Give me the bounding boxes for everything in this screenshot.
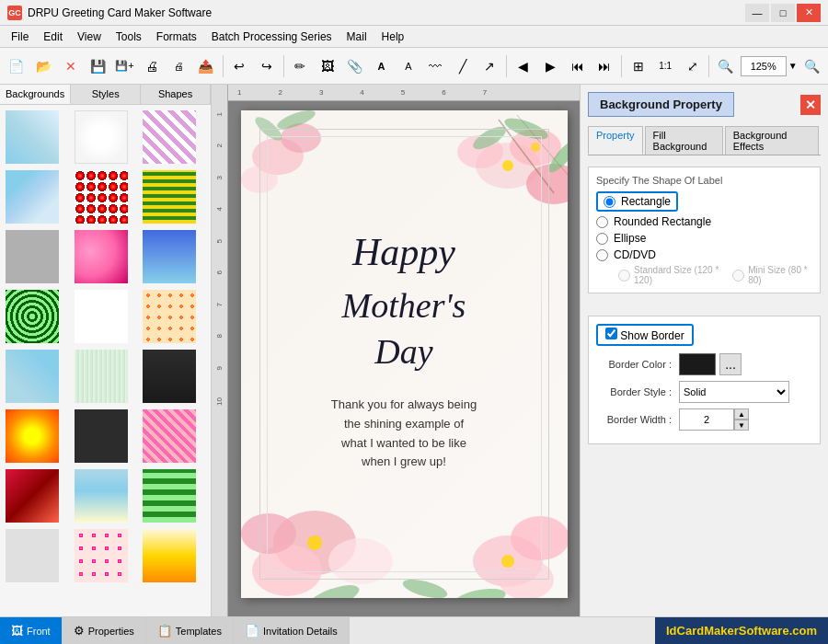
bottom-tab-invitation[interactable]: 📄 Invitation Details	[234, 617, 350, 644]
bg-thumb-10[interactable]	[4, 288, 61, 345]
menu-mail[interactable]: Mail	[339, 29, 374, 45]
line-button[interactable]: ╱	[450, 53, 475, 79]
show-border-row: Show Border	[596, 324, 812, 346]
export-button[interactable]: 📤	[193, 53, 218, 79]
maximize-button[interactable]: □	[771, 4, 795, 22]
subtext-line2: the shining example of	[344, 417, 464, 431]
tab-backgrounds[interactable]: Backgrounds	[0, 85, 71, 104]
bottom-tab-properties[interactable]: ⚙ Properties	[63, 617, 146, 644]
tab-shapes[interactable]: Shapes	[141, 85, 211, 104]
undo-button[interactable]: ↩	[227, 53, 252, 79]
bg-thumb-6[interactable]	[141, 168, 198, 225]
zoom-input[interactable]	[741, 56, 787, 76]
svg-point-17	[328, 538, 393, 584]
width-down-button[interactable]: ▼	[734, 420, 749, 431]
bg-thumb-17[interactable]	[73, 408, 130, 465]
bg-thumb-3[interactable]	[141, 109, 198, 166]
bg-thumb-16[interactable]	[4, 408, 61, 465]
bg-thumb-2[interactable]	[73, 109, 130, 166]
bg-thumb-19[interactable]	[4, 467, 61, 524]
border-color-swatch[interactable]	[679, 353, 716, 375]
zoom-out-button[interactable]: 🔍	[799, 53, 824, 79]
fit-button[interactable]: ⤢	[680, 53, 705, 79]
zoom-dropdown[interactable]: ▼	[788, 61, 798, 71]
bg-thumb-9[interactable]	[141, 228, 198, 285]
rounded-rect-radio[interactable]	[596, 216, 608, 228]
prop-tab-effects[interactable]: Background Effects	[725, 126, 819, 155]
bottom-tab-templates[interactable]: 📋 Templates	[146, 617, 234, 644]
grid-button[interactable]: ⊞	[626, 53, 650, 79]
clip-button[interactable]: 📎	[341, 53, 366, 79]
prev-button[interactable]: ◀	[511, 53, 535, 79]
close-button[interactable]: ✕	[797, 4, 821, 22]
save-as-button[interactable]: 💾+	[112, 53, 137, 79]
bg-thumb-22[interactable]	[4, 527, 61, 584]
save-button[interactable]: 💾	[85, 53, 109, 79]
bg-thumb-20[interactable]	[73, 467, 130, 524]
color-more-button[interactable]: ...	[719, 353, 742, 375]
bg-thumb-5[interactable]	[73, 168, 130, 225]
tab-styles[interactable]: Styles	[71, 85, 141, 104]
shape-option-cd[interactable]: CD/DVD	[596, 248, 812, 261]
minimize-button[interactable]: —	[745, 4, 769, 22]
panel-content[interactable]	[0, 105, 211, 616]
print2-button[interactable]: 🖨	[167, 53, 191, 79]
menu-help[interactable]: Help	[374, 29, 412, 45]
menu-tools[interactable]: Tools	[109, 29, 149, 45]
zoom-in-button[interactable]: 🔍	[713, 53, 738, 79]
close-doc-button[interactable]: ✕	[58, 53, 83, 79]
bg-thumb-11[interactable]	[73, 288, 130, 345]
bg-thumb-18[interactable]	[141, 408, 198, 465]
draw-button[interactable]: ✏	[288, 53, 313, 79]
shape-option-ellipse[interactable]: Ellipse	[596, 232, 812, 245]
show-border-checkbox[interactable]	[605, 328, 617, 339]
bg-thumb-23[interactable]	[73, 527, 130, 584]
bg-thumb-24[interactable]	[141, 527, 198, 584]
bg-thumb-4[interactable]	[4, 168, 61, 225]
prop-tab-property[interactable]: Property	[588, 126, 643, 155]
new-button[interactable]: 📄	[4, 53, 29, 79]
standard-size-radio[interactable]	[618, 270, 630, 282]
wave-button[interactable]: 〰	[423, 53, 448, 79]
redo-button[interactable]: ↪	[254, 53, 279, 79]
ellipse-radio[interactable]	[596, 233, 608, 245]
arrow-button[interactable]: ↗	[477, 53, 502, 79]
bg-thumb-13[interactable]	[4, 348, 61, 405]
greeting-card[interactable]: Happy Mother's Day Thank you for always …	[241, 110, 568, 598]
menu-edit[interactable]: Edit	[36, 29, 70, 45]
mini-size-radio[interactable]	[732, 270, 744, 282]
bg-thumb-12[interactable]	[141, 288, 198, 345]
image-button[interactable]: 🖼	[315, 53, 339, 79]
open-button[interactable]: 📂	[30, 53, 55, 79]
bg-thumb-1[interactable]	[4, 109, 61, 166]
menu-file[interactable]: File	[4, 29, 36, 45]
border-style-select[interactable]: Solid Dashed Dotted	[679, 381, 789, 403]
shape-option-rectangle[interactable]: Rectangle	[596, 191, 812, 212]
bg-thumb-14[interactable]	[73, 348, 130, 405]
next2-button[interactable]: ⏭	[592, 53, 616, 79]
ratio-button[interactable]: 1:1	[652, 53, 677, 79]
border-color-row: Border Color : ...	[596, 353, 812, 375]
prev2-button[interactable]: ⏮	[565, 53, 590, 79]
prop-tab-fill[interactable]: Fill Background	[645, 126, 723, 155]
next-button[interactable]: ▶	[538, 53, 563, 79]
bottom-tab-front[interactable]: 🖼 Front	[0, 617, 63, 644]
prop-close-button[interactable]: ✕	[800, 95, 821, 115]
bg-thumb-7[interactable]	[4, 228, 61, 285]
bg-thumb-8[interactable]	[73, 228, 130, 285]
menu-formats[interactable]: Formats	[149, 29, 204, 45]
window-controls: — □ ✕	[745, 4, 821, 22]
cd-radio[interactable]	[596, 249, 608, 261]
width-up-button[interactable]: ▲	[734, 408, 749, 420]
text2-button[interactable]: A	[396, 53, 420, 79]
print-button[interactable]: 🖨	[139, 53, 164, 79]
shape-option-rounded[interactable]: Rounded Rectangle	[596, 215, 812, 228]
menu-view[interactable]: View	[70, 29, 109, 45]
bg-thumb-15[interactable]	[141, 348, 198, 405]
card-subtext: Thank you for always being the shining e…	[269, 396, 540, 472]
menu-batch[interactable]: Batch Processing Series	[204, 29, 339, 45]
bg-thumb-21[interactable]	[141, 467, 198, 524]
text-button[interactable]: A	[369, 53, 394, 79]
border-width-input[interactable]	[679, 408, 734, 431]
rectangle-radio[interactable]	[604, 196, 615, 208]
